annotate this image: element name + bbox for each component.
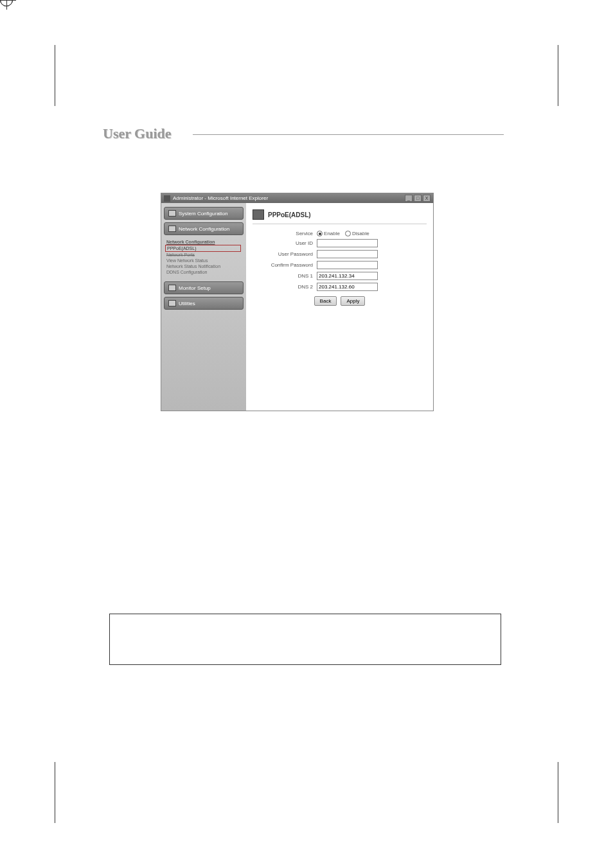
- edge-line: [55, 762, 55, 823]
- screenshot-window: Administrator - Microsoft Internet Explo…: [161, 193, 434, 411]
- nav-label: System Configuration: [179, 211, 227, 217]
- app-body: System Configuration Network Configurati…: [161, 203, 433, 411]
- close-button[interactable]: X: [423, 195, 431, 202]
- nav-utilities[interactable]: Utilities: [164, 297, 244, 310]
- nav-label: Utilities: [179, 301, 195, 306]
- dns2-row: DNS 2: [253, 283, 427, 291]
- dns2-input[interactable]: [317, 283, 378, 291]
- confirm-password-input[interactable]: [317, 261, 378, 269]
- service-label: Service: [253, 231, 317, 236]
- submenu-network-ports[interactable]: Network Ports: [166, 252, 241, 258]
- nav-label: Network Configuration: [179, 226, 229, 232]
- user-password-label: User Password: [253, 251, 317, 257]
- service-row: Service Enable Disable: [253, 231, 427, 236]
- app-icon: [164, 195, 170, 202]
- dns1-row: DNS 1: [253, 272, 427, 280]
- monitor-setup-icon: [168, 285, 176, 291]
- nav-label: Monitor Setup: [179, 285, 211, 291]
- service-enable-option[interactable]: Enable: [317, 231, 340, 236]
- back-button[interactable]: Back: [314, 296, 337, 306]
- maximize-button[interactable]: □: [414, 195, 422, 202]
- utilities-icon: [168, 300, 176, 306]
- disable-label: Disable: [352, 231, 369, 236]
- minimize-button[interactable]: _: [405, 195, 413, 202]
- content-area: PPPoE(ADSL) Service Enable Disable User …: [246, 203, 433, 411]
- user-password-row: User Password: [253, 250, 427, 258]
- radio-icon: [317, 231, 323, 236]
- nav-system-configuration[interactable]: System Configuration: [164, 207, 244, 220]
- content-title: PPPoE(ADSL): [268, 211, 311, 218]
- enable-label: Enable: [324, 231, 340, 236]
- action-button-row: Back Apply: [253, 296, 427, 306]
- nav-monitor-setup[interactable]: Monitor Setup: [164, 281, 244, 294]
- system-config-icon: [168, 210, 176, 217]
- dns1-input[interactable]: [317, 272, 378, 280]
- submenu-network-status-notification[interactable]: Network Status Notification: [166, 263, 241, 269]
- sidebar-submenu: Network Configuration PPPoE(ADSL) Networ…: [164, 238, 244, 276]
- user-id-input[interactable]: [317, 239, 378, 247]
- sidebar: System Configuration Network Configurati…: [161, 203, 246, 411]
- header-divider: [193, 134, 504, 135]
- content-box: [109, 614, 501, 665]
- window-controls: _ □ X: [405, 195, 431, 202]
- edge-line: [55, 45, 55, 106]
- confirm-password-row: Confirm Password: [253, 261, 427, 269]
- service-disable-option[interactable]: Disable: [345, 231, 369, 236]
- network-icon: [253, 209, 264, 220]
- dns1-label: DNS 1: [253, 273, 317, 279]
- edge-line: [558, 45, 558, 106]
- dns2-label: DNS 2: [253, 284, 317, 290]
- window-titlebar: Administrator - Microsoft Internet Explo…: [161, 193, 433, 203]
- nav-network-configuration[interactable]: Network Configuration: [164, 222, 244, 235]
- submenu-pppoe[interactable]: PPPoE(ADSL): [165, 245, 241, 252]
- apply-button[interactable]: Apply: [341, 296, 365, 306]
- page-header: User Guide: [103, 125, 504, 142]
- network-config-icon: [168, 226, 176, 232]
- content-header: PPPoE(ADSL): [253, 209, 427, 224]
- submenu-ddns-configuration[interactable]: DDNS Configuration: [166, 269, 241, 275]
- submenu-view-network-status[interactable]: View Network Status: [166, 258, 241, 263]
- submenu-header: Network Configuration: [166, 239, 241, 245]
- guide-title: User Guide: [103, 125, 178, 142]
- user-id-row: User ID: [253, 239, 427, 247]
- radio-icon: [345, 231, 351, 236]
- user-password-input[interactable]: [317, 250, 378, 258]
- window-title: Administrator - Microsoft Internet Explo…: [173, 195, 405, 201]
- confirm-password-label: Confirm Password: [253, 262, 317, 268]
- edge-line: [558, 762, 558, 823]
- service-radio-group: Enable Disable: [317, 231, 427, 236]
- user-id-label: User ID: [253, 240, 317, 246]
